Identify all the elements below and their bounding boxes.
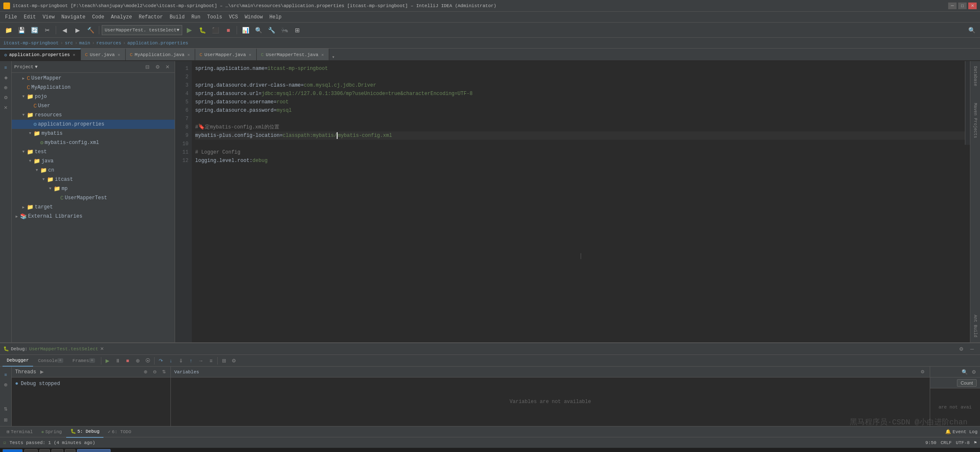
tab-close-app-props[interactable]: ✕ xyxy=(72,52,76,58)
tab-close-usermappertest-java[interactable]: ✕ xyxy=(320,52,325,58)
taskbar-filemanager[interactable]: 📁 xyxy=(24,449,38,452)
tab-usermappertest-java[interactable]: C UserMapperTest.java ✕ xyxy=(257,49,329,60)
tab-usermapper-java[interactable]: C UserMapper.java ✕ xyxy=(195,49,257,60)
terminal-tab[interactable]: ⊞ Terminal xyxy=(3,426,37,438)
taskbar-control[interactable]: ⚙ xyxy=(52,449,63,452)
stop-debug-btn[interactable]: ■ xyxy=(123,356,132,365)
pause-btn[interactable]: ⏸ xyxy=(113,356,122,365)
sync-btn[interactable]: 🔄 xyxy=(28,24,40,36)
tree-item-mp[interactable]: ▼ 📁 mp xyxy=(12,184,175,193)
step-into-btn[interactable]: ↓ xyxy=(166,356,175,365)
structure-btn-1[interactable]: ≡ xyxy=(1,63,10,72)
menu-code[interactable]: Code xyxy=(89,13,108,21)
debugger-tab[interactable]: Debugger xyxy=(3,355,33,367)
tree-item-resources[interactable]: ▼ 📁 resources xyxy=(12,110,175,120)
tab-close-myapp-java[interactable]: ✕ xyxy=(186,52,191,58)
editor-content[interactable]: 1 2 3 4 5 6 7 8 9 10 11 12 spring.applic… xyxy=(175,61,970,342)
menu-vcs[interactable]: VCS xyxy=(226,13,242,21)
status-cursor-pos[interactable]: 9:50 xyxy=(926,440,936,445)
tree-item-app-props[interactable]: ⚙ application.properties xyxy=(12,120,175,129)
event-log-label[interactable]: Event Log xyxy=(953,429,977,434)
debug-struct-btn1[interactable]: ≡ xyxy=(1,370,10,379)
menu-edit[interactable]: Edit xyxy=(21,13,39,21)
stop-coverage-btn[interactable]: ⬛ xyxy=(209,24,221,36)
step-out-btn[interactable]: ↑ xyxy=(186,356,196,365)
debug-settings-btn[interactable]: ⚙ xyxy=(957,344,966,354)
tree-item-test[interactable]: ▼ 📁 test xyxy=(12,147,175,157)
terminal-btn[interactable]: ⊞ xyxy=(291,24,303,36)
debug-struct-btn4[interactable]: ⊞ xyxy=(1,415,10,424)
run-config-combo[interactable]: UserMapperTest. testSelect ▼ xyxy=(102,25,182,35)
tree-item-usermappertest[interactable]: C UserMapperTest xyxy=(12,193,175,203)
menu-analyze[interactable]: Analyze xyxy=(108,13,135,21)
debug-btn[interactable]: 🐛 xyxy=(196,24,208,36)
menu-build[interactable]: Build xyxy=(166,13,188,21)
menu-navigate[interactable]: Navigate xyxy=(58,13,89,21)
close-button[interactable]: ✕ xyxy=(968,3,977,9)
run-btn[interactable]: ▶ xyxy=(183,24,195,36)
threads-minus-btn[interactable]: ⊖ xyxy=(151,369,158,375)
tree-item-usermapper[interactable]: ▶ C UserMapper xyxy=(12,74,175,83)
maximize-button[interactable]: □ xyxy=(958,3,967,9)
profile-btn[interactable]: 🔍 xyxy=(253,24,264,36)
step-over-btn[interactable]: ↷ xyxy=(156,356,165,365)
tab-close-user-java[interactable]: ✕ xyxy=(117,52,121,58)
evaluate-btn[interactable]: ≡ xyxy=(206,356,216,365)
taskbar-idea[interactable]: I IntelliJ IDEA xyxy=(77,449,111,452)
notification-icon[interactable]: 🔔 xyxy=(945,429,951,434)
status-encoding[interactable]: UTF-8 xyxy=(956,440,970,445)
taskbar-notepad[interactable]: T xyxy=(39,449,50,452)
tree-item-cn[interactable]: ▼ 📁 cn xyxy=(12,166,175,175)
tab-close-usermapper-java[interactable]: ✕ xyxy=(248,52,252,58)
status-flag[interactable]: ⚑ xyxy=(974,440,977,445)
tabs-overflow-btn[interactable]: ▾ xyxy=(329,54,337,60)
debug-minimize-btn[interactable]: ─ xyxy=(967,344,977,354)
tree-item-target[interactable]: ▶ 📁 target xyxy=(12,203,175,212)
tree-item-user[interactable]: C User xyxy=(12,101,175,110)
menu-refactor[interactable]: Refactor xyxy=(135,13,166,21)
save-btn[interactable]: 💾 xyxy=(15,24,27,36)
cut-btn[interactable]: ✂ xyxy=(41,24,53,36)
count-button[interactable]: Count xyxy=(957,379,977,387)
structure-btn-5[interactable]: ✕ xyxy=(1,103,10,112)
threads-expand-btn[interactable]: ⊕ xyxy=(142,369,149,375)
database-sidebar-btn[interactable]: Database xyxy=(972,63,978,90)
status-crlf[interactable]: CRLF xyxy=(941,440,952,445)
breadcrumb-root[interactable]: itcast-mp-springboot xyxy=(3,41,59,46)
restore-layout-btn[interactable]: ⊞ xyxy=(219,356,229,365)
debug-run-config[interactable]: UserMapperTest.testSelect xyxy=(29,347,98,352)
forward-btn[interactable]: ▶ xyxy=(72,24,83,36)
structure-btn-3[interactable]: ⊕ xyxy=(1,83,10,92)
frames-tab[interactable]: Frames + xyxy=(68,355,99,367)
debug-struct-btn3[interactable]: ⇅ xyxy=(1,404,10,413)
ant-btn[interactable]: 🐜 xyxy=(279,24,290,36)
menu-file[interactable]: File xyxy=(2,13,21,21)
open-folder-btn[interactable]: 📁 xyxy=(3,24,14,36)
start-button[interactable]: 开始 xyxy=(3,449,23,452)
tree-item-java[interactable]: ▼ 📁 java xyxy=(12,157,175,166)
window-controls[interactable]: ─ □ ✕ xyxy=(948,3,977,9)
tree-item-myapp[interactable]: C MyApplication xyxy=(12,83,175,92)
debug-close-btn[interactable]: ✕ xyxy=(100,346,104,352)
debug-nav-tab[interactable]: 🐛 5: Debug xyxy=(66,426,104,438)
code-editor[interactable]: spring.application.name = itcast-mp-spri… xyxy=(192,61,970,342)
tree-item-external-libs[interactable]: ▶ 📚 External Libraries xyxy=(12,212,175,221)
structure-btn-2[interactable]: ◈ xyxy=(1,73,10,82)
mute-breakpoints-btn[interactable]: ⦿ xyxy=(143,356,152,365)
threads-arrow-btn[interactable]: ⇅ xyxy=(160,369,167,375)
settings-debug-btn[interactable]: ⚙ xyxy=(230,356,239,365)
view-breakpoints-btn[interactable]: ⊕ xyxy=(133,356,142,365)
ant-sidebar-btn[interactable]: Ant Build xyxy=(972,311,978,341)
spring-tab[interactable]: ❋ Spring xyxy=(37,426,66,438)
collapse-all-btn[interactable]: ⊟ xyxy=(143,62,152,72)
back-btn[interactable]: ◀ xyxy=(59,24,70,36)
search-everywhere-btn[interactable]: 🔍 xyxy=(966,24,977,36)
resume-btn[interactable]: ▶ xyxy=(103,356,112,365)
tree-item-mybatis[interactable]: ▼ 📁 mybatis xyxy=(12,129,175,138)
project-view-selector[interactable]: Project ▼ xyxy=(14,64,38,69)
debug-struct-btn2[interactable]: ⊕ xyxy=(1,380,10,389)
tab-app-props[interactable]: ⚙ application.properties ✕ xyxy=(0,49,81,60)
debug-stopped-item[interactable]: ● Debug stopped xyxy=(15,379,167,388)
close-panel-btn[interactable]: ✕ xyxy=(163,62,172,72)
tree-item-mybatis-config[interactable]: ⚙ mybatis-config.xml xyxy=(12,138,175,147)
